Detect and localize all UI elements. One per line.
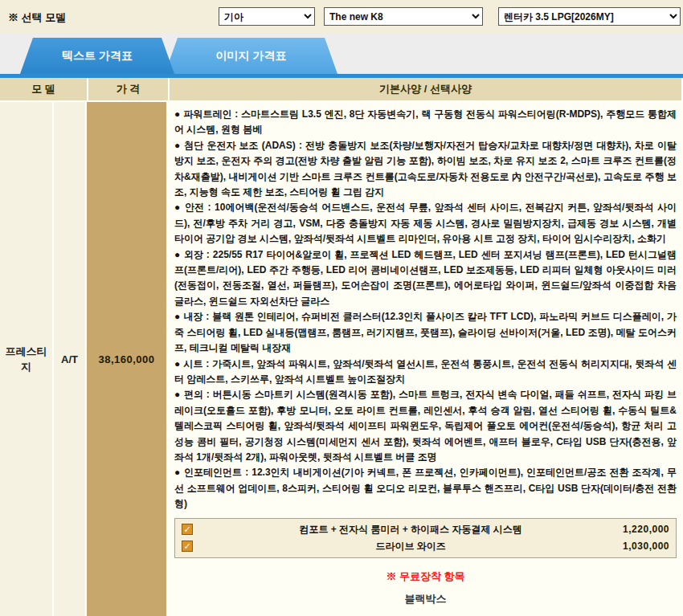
spec-section: ● 편의 : 버튼시동 스마트키 시스템(원격시동 포함), 스마트 트렁크, … xyxy=(174,387,677,465)
price-tabs: 텍스트 가격표 이미지 가격표 xyxy=(0,34,683,78)
tab-image-price-label: 이미지 가격표 xyxy=(216,49,287,63)
header-model: 모 델 xyxy=(0,78,88,102)
table-row: 프레스티지 A/T 38,160,000 ● 파워트레인 : 스마트스트림 L3… xyxy=(0,102,683,616)
header-price: 가 격 xyxy=(88,78,170,102)
price-cell: 38,160,000 xyxy=(87,102,168,616)
option-label: 컴포트 + 전자식 룸미러 + 하이패스 자동결제 시스템 xyxy=(198,523,623,536)
header-spec: 기본사양 / 선택사양 xyxy=(170,78,683,102)
tab-image-price-table[interactable]: 이미지 가격표 xyxy=(165,38,337,74)
spec-section: ● 인포테인먼트 : 12.3인치 내비게이션(기아 커넥트, 폰 프로젝션, … xyxy=(174,465,677,512)
spec-sections: ● 파워트레인 : 스마트스트림 L3.5 엔진, 8단 자동변속기, 랙 구동… xyxy=(174,107,677,512)
tab-underline-bar xyxy=(0,74,683,78)
transmission-cell: A/T xyxy=(54,102,87,616)
spec-section: ● 파워트레인 : 스마트스트림 L3.5 엔진, 8단 자동변속기, 랙 구동… xyxy=(174,107,677,138)
free-items-list: 블랙박스 xyxy=(174,592,677,606)
option-row[interactable]: ✓드라이브 와이즈1,030,000 xyxy=(182,538,669,555)
brand-select[interactable]: 기아 xyxy=(219,7,315,26)
price-page: ※ 선택 모델 기아 The new K8 렌터카 3.5 LPG[2026MY… xyxy=(0,0,683,616)
spec-section: ● 안전 : 10에어백(운전석/동승석 어드밴스드, 운전석 무릎, 앞좌석 … xyxy=(174,200,677,247)
model-selector-bar: ※ 선택 모델 기아 The new K8 렌터카 3.5 LPG[2026MY… xyxy=(0,0,683,34)
spec-section: ● 외장 : 225/55 R17 타이어&알로이 휠, 프로젝션 LED 헤드… xyxy=(174,247,677,310)
option-checkbox-icon[interactable]: ✓ xyxy=(182,541,193,552)
table-header-row: 모 델 가 격 기본사양 / 선택사양 xyxy=(0,78,683,102)
model-name-cell: 프레스티지 xyxy=(0,102,54,616)
model-select[interactable]: The new K8 xyxy=(324,7,483,26)
option-checkbox-icon[interactable]: ✓ xyxy=(182,524,193,535)
spec-cell: ● 파워트레인 : 스마트스트림 L3.5 엔진, 8단 자동변속기, 랙 구동… xyxy=(168,102,683,616)
spec-section: ● 첨단 운전자 보조 (ADAS) : 전방 충돌방지 보조(차량/보행자/자… xyxy=(174,138,677,201)
tab-text-price-label: 텍스트 가격표 xyxy=(62,49,133,63)
select-model-label: ※ 선택 모델 xyxy=(8,10,66,25)
spec-section: ● 내장 : 블랙 원톤 인테리어, 슈퍼비전 클러스터(12.3인치 풀사이즈… xyxy=(174,309,677,356)
options-box: ✓컴포트 + 전자식 룸미러 + 하이패스 자동결제 시스템1,220,000✓… xyxy=(174,518,677,558)
option-row[interactable]: ✓컴포트 + 전자식 룸미러 + 하이패스 자동결제 시스템1,220,000 xyxy=(182,521,669,538)
spec-section: ● 시트 : 가죽시트, 앞좌석 파워시트, 앞좌석/뒷좌석 열선시트, 운전석… xyxy=(174,357,677,388)
free-items-title: ※ 무료장착 항목 xyxy=(174,569,677,584)
trim-select[interactable]: 렌터카 3.5 LPG[2026MY] xyxy=(498,7,681,26)
free-items-section: ※ 무료장착 항목 블랙박스 xyxy=(174,569,677,606)
option-price: 1,030,000 xyxy=(623,541,669,552)
option-label: 드라이브 와이즈 xyxy=(198,540,623,553)
option-price: 1,220,000 xyxy=(623,524,669,535)
free-item: 블랙박스 xyxy=(174,592,677,606)
tab-text-price-table[interactable]: 텍스트 가격표 xyxy=(20,38,174,74)
